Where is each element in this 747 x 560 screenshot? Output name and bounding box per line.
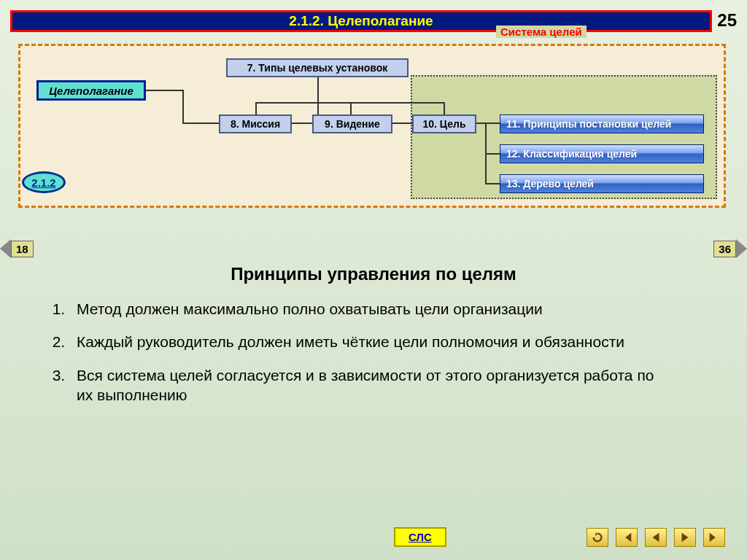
- goal-system-label: Система целей: [496, 26, 587, 38]
- node-root[interactable]: Целеполагание: [36, 80, 146, 101]
- next-icon: [678, 531, 692, 544]
- node-principles[interactable]: 11. Принципы постановки целей: [500, 114, 704, 133]
- arrow-right-icon: [736, 239, 747, 258]
- node-tree[interactable]: 13. Дерево целей: [500, 174, 704, 193]
- list-item: Метод должен максимально полно охватыват…: [69, 299, 667, 319]
- sls-button[interactable]: СЛС: [394, 527, 446, 547]
- nav-next[interactable]: 36: [713, 239, 747, 258]
- last-icon: [708, 531, 721, 544]
- header-bar: 2.1.2. Целеполагание: [10, 10, 712, 32]
- node-mission[interactable]: 8. Миссия: [219, 114, 292, 133]
- page-title: 2.1.2. Целеполагание: [289, 13, 433, 29]
- node-target-types[interactable]: 7. Типы целевых установок: [226, 58, 409, 77]
- node-vision[interactable]: 9. Видение: [312, 114, 392, 133]
- nav-prev[interactable]: 18: [0, 239, 34, 258]
- prev-icon: [649, 531, 662, 544]
- slide-number: 25: [717, 10, 737, 31]
- undo-icon: [591, 531, 604, 544]
- nav-next-label: 36: [713, 241, 736, 257]
- nav-prev-button[interactable]: [645, 528, 667, 547]
- list-item: Каждый руководитель должен иметь чёткие …: [69, 332, 667, 351]
- list-item: Вся система целей согласуется и в зависи…: [69, 365, 667, 405]
- node-classification[interactable]: 12. Классификация целей: [500, 144, 704, 163]
- first-icon: [620, 531, 633, 544]
- nav-prev-label: 18: [11, 241, 34, 257]
- content-title: Принципы управления по целям: [0, 264, 747, 284]
- nav-last-button[interactable]: [703, 528, 725, 547]
- section-reference-badge[interactable]: 2.1.2: [22, 171, 66, 193]
- nav-undo-button[interactable]: [587, 528, 608, 547]
- slide-nav-controls: [587, 528, 725, 547]
- nav-first-button[interactable]: [616, 528, 638, 547]
- node-goal[interactable]: 10. Цель: [412, 114, 476, 133]
- nav-next-button[interactable]: [674, 528, 696, 547]
- principles-list: Метод должен максимально полно охватыват…: [69, 299, 667, 418]
- arrow-left-icon: [0, 239, 11, 258]
